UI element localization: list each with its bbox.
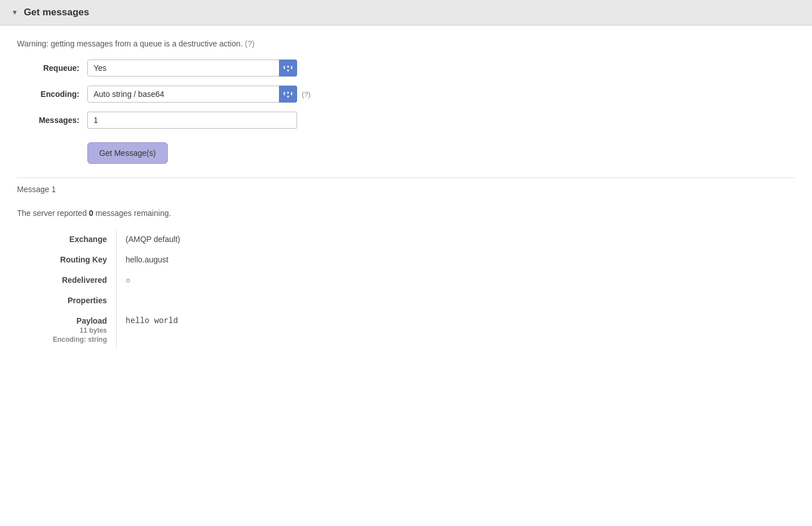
properties-value-cell: [116, 290, 414, 311]
payload-row: Payload 11 bytes Encoding: string hello …: [17, 311, 414, 349]
routing-key-label-cell: Routing Key: [17, 249, 116, 270]
server-report-count: 0: [89, 209, 94, 218]
message-header: Message 1: [17, 177, 795, 201]
payload-value-cell: hello world: [116, 311, 414, 349]
payload-encoding: Encoding: string: [25, 336, 107, 343]
redelivered-label-cell: Redelivered: [17, 270, 116, 290]
message-details-table: Exchange (AMQP default) Routing Key hell…: [17, 229, 414, 349]
encoding-select-wrapper: Auto string / base64 base64 ▲ ▼: [87, 86, 297, 103]
requeue-select-wrapper: Yes No ▲ ▼: [87, 60, 297, 77]
warning-help-link[interactable]: (?): [245, 39, 255, 48]
redelivered-value-cell: ○: [116, 270, 414, 290]
messages-input[interactable]: [87, 112, 297, 129]
redelivered-row: Redelivered ○: [17, 270, 414, 290]
server-report: The server reported 0 messages remaining…: [17, 201, 795, 229]
messages-label: Messages:: [17, 116, 79, 125]
messages-row: Messages:: [17, 112, 795, 129]
section-body: Warning: getting messages from a queue i…: [0, 26, 812, 363]
server-report-prefix: The server reported: [17, 209, 89, 218]
payload-label: Payload: [25, 316, 107, 325]
encoding-help-icon[interactable]: (?): [302, 90, 311, 99]
requeue-select[interactable]: Yes No: [87, 60, 297, 77]
requeue-row: Requeue: Yes No ▲ ▼: [17, 60, 795, 77]
get-messages-button[interactable]: Get Message(s): [87, 142, 168, 164]
payload-size: 11 bytes: [25, 326, 107, 334]
routing-key-row: Routing Key hello.august: [17, 249, 414, 270]
warning-message: Warning: getting messages from a queue i…: [17, 39, 243, 48]
encoding-select[interactable]: Auto string / base64 base64: [87, 86, 297, 103]
exchange-row: Exchange (AMQP default): [17, 229, 414, 249]
chevron-icon: ▼: [11, 9, 18, 16]
page-container: ▼ Get messages Warning: getting messages…: [0, 0, 812, 526]
encoding-label: Encoding:: [17, 90, 79, 99]
warning-text: Warning: getting messages from a queue i…: [17, 39, 795, 48]
payload-label-cell: Payload 11 bytes Encoding: string: [17, 311, 116, 349]
requeue-label: Requeue:: [17, 63, 79, 73]
section-header[interactable]: ▼ Get messages: [0, 0, 812, 26]
exchange-label-cell: Exchange: [17, 229, 116, 249]
encoding-row: Encoding: Auto string / base64 base64 ▲ …: [17, 86, 795, 103]
properties-label-cell: Properties: [17, 290, 116, 311]
routing-key-value-cell: hello.august: [116, 249, 414, 270]
server-report-suffix: messages remaining.: [94, 209, 171, 218]
properties-row: Properties: [17, 290, 414, 311]
submit-area: Get Message(s): [17, 138, 795, 164]
exchange-value-cell: (AMQP default): [116, 229, 414, 249]
section-title: Get messages: [24, 7, 89, 18]
message-section: Message 1 The server reported 0 messages…: [17, 177, 795, 349]
